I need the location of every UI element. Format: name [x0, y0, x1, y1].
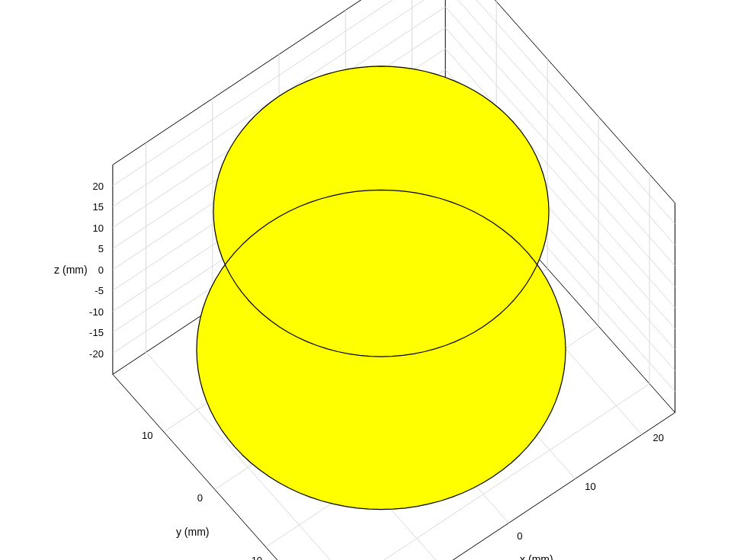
tick-label: 0 — [517, 530, 522, 541]
axis-label: y (mm) — [176, 526, 210, 538]
tick-label: 10 — [585, 480, 595, 491]
tick-label: 10 — [92, 222, 103, 233]
tick-label: 0 — [197, 491, 203, 503]
tick-label: -5 — [95, 285, 104, 296]
tick-label: 10 — [142, 429, 152, 440]
tick-label: 5 — [98, 243, 104, 254]
plot-3d: -20-1001020-20-10010-20-15-10-505101520x… — [0, 0, 747, 560]
tick-label: 15 — [92, 201, 103, 213]
tick-label: -20 — [89, 347, 104, 359]
tick-label: -15 — [89, 327, 104, 338]
tick-label: -10 — [89, 306, 104, 317]
tick-label: -10 — [248, 554, 262, 560]
tick-label: 20 — [92, 180, 103, 191]
plot-canvas — [0, 0, 747, 560]
tick-label: 0 — [98, 264, 104, 275]
axis-label: x (mm) — [520, 553, 553, 560]
tick-label: 20 — [652, 432, 663, 443]
axis-label: z (mm) — [54, 264, 88, 276]
